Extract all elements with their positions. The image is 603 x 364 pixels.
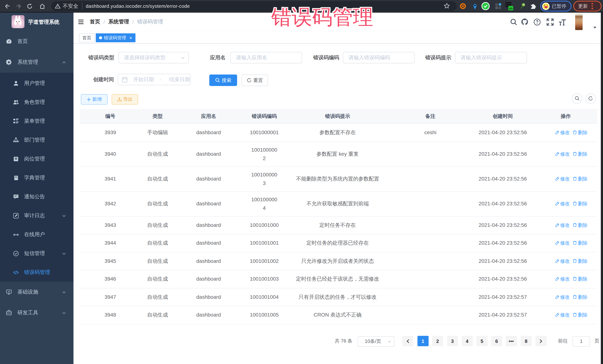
svg-text:on: on (509, 7, 513, 10)
